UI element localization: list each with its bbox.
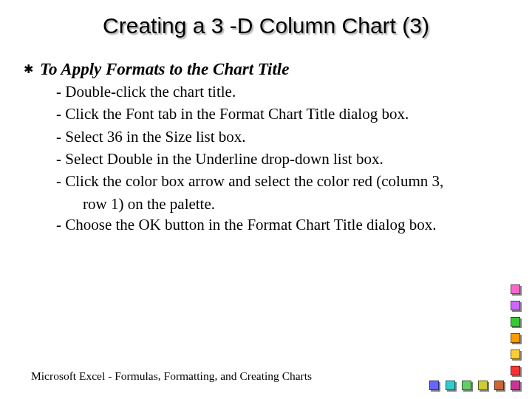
deco-square-icon [462, 381, 471, 390]
step-item: - Click the Font tab in the Format Chart… [56, 103, 510, 124]
deco-square-icon [478, 381, 488, 390]
step-item-wrap: row 1) on the palette. [56, 194, 510, 214]
deco-square-icon [446, 381, 455, 390]
step-item: - Double-click the chart title. [56, 81, 510, 102]
step-item: - Select 36 in the Size list box. [56, 126, 510, 147]
deco-square-icon [494, 381, 504, 390]
step-item: - Click the color box arrow and select t… [56, 171, 510, 191]
page-title: Creating a 3 -D Column Chart (3) [22, 13, 510, 38]
deco-square-icon [511, 284, 520, 294]
star-icon: ✱ [24, 59, 34, 80]
deco-square-icon [511, 333, 520, 343]
steps-list: - Double-click the chart title. - Click … [56, 81, 510, 235]
slide: Creating a 3 -D Column Chart (3) ✱ To Ap… [0, 0, 532, 399]
deco-square-icon [511, 349, 520, 359]
section-heading: To Apply Formats to the Chart Title [40, 59, 289, 80]
deco-right-column [511, 284, 520, 375]
deco-square-icon [429, 381, 439, 390]
step-item: - Select Double in the Underline drop-do… [56, 149, 510, 169]
section-row: ✱ To Apply Formats to the Chart Title [24, 59, 510, 80]
deco-square-icon [511, 366, 520, 375]
step-item: - Choose the OK button in the Format Cha… [56, 214, 510, 235]
deco-square-icon [511, 301, 520, 310]
deco-square-icon [511, 317, 520, 327]
deco-bottom-row [429, 381, 520, 390]
footer-text: Microsoft Excel - Formulas, Formatting, … [31, 369, 312, 383]
deco-square-icon [511, 381, 520, 390]
